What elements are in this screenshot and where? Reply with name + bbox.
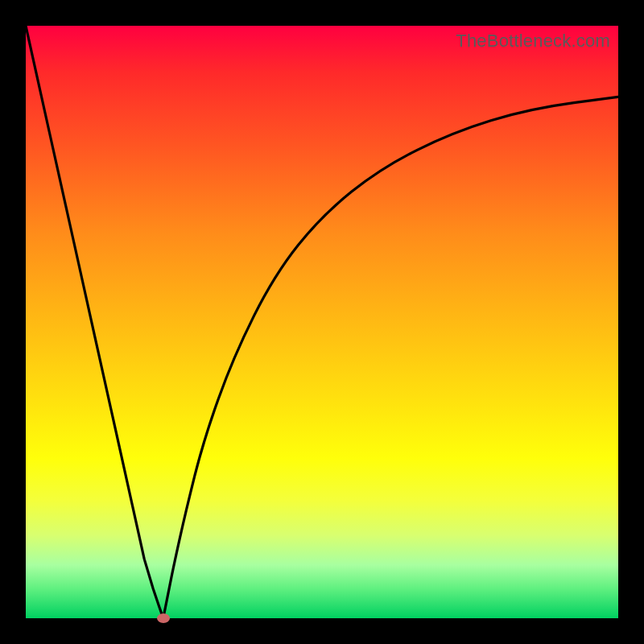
watermark-text: TheBottleneck.com xyxy=(456,31,610,52)
bottleneck-curve xyxy=(26,26,618,618)
minimum-marker xyxy=(157,613,170,623)
plot-area: TheBottleneck.com xyxy=(26,26,618,618)
curve-left-branch xyxy=(26,26,163,618)
chart-container: TheBottleneck.com xyxy=(0,0,644,644)
curve-right-branch xyxy=(163,97,618,618)
